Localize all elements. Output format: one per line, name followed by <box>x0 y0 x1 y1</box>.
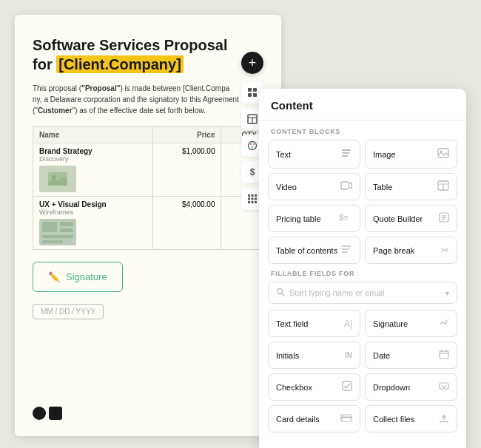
scissors-icon: ✂ <box>441 245 449 256</box>
date-field[interactable]: MM / DD / YYYY <box>33 304 104 319</box>
table-row: UX + Visual Design Wireframes <box>33 197 263 250</box>
block-page-break[interactable]: Page break ✂ <box>365 237 457 264</box>
field-dropdown-label: Dropdown <box>373 383 410 392</box>
svg-rect-29 <box>342 152 349 154</box>
block-pricing-table[interactable]: Pricing table $≡ <box>268 205 360 232</box>
field-checkbox[interactable]: Checkbox <box>268 373 360 401</box>
panel-title: Content <box>271 99 313 112</box>
video-icon <box>340 180 352 193</box>
calendar-icon <box>439 349 449 362</box>
content-blocks-grid: Text Image Video <box>259 140 466 264</box>
svg-rect-24 <box>255 198 257 200</box>
svg-rect-5 <box>60 228 73 232</box>
content-panel: Content CONTENT BLOCKS Text Image <box>259 89 466 448</box>
pen-icon: ✏️ <box>48 271 60 282</box>
block-pricing-label: Pricing table <box>276 214 321 223</box>
col-name: Name <box>33 127 153 143</box>
doc-title-line1: Software Services Proposal <box>33 37 227 53</box>
field-card-label: Card details <box>276 415 320 424</box>
doc-title: Software Services Proposal for [Client.C… <box>33 35 263 74</box>
doc-icons <box>33 407 62 420</box>
svg-rect-20 <box>252 194 254 197</box>
svg-rect-23 <box>252 198 254 200</box>
svg-point-16 <box>250 143 252 145</box>
block-table[interactable]: Table <box>365 173 457 200</box>
svg-rect-4 <box>60 222 73 226</box>
toc-icon <box>340 244 352 257</box>
field-date-label: Date <box>373 351 390 360</box>
field-collect-files[interactable]: Collect files <box>365 405 457 432</box>
dropdown-icon <box>439 381 449 393</box>
checkbox-icon <box>342 381 352 393</box>
svg-text:$≡: $≡ <box>339 213 349 222</box>
svg-rect-33 <box>341 182 349 189</box>
svg-rect-25 <box>248 201 250 203</box>
field-text[interactable]: Text field A| <box>268 310 360 337</box>
block-image[interactable]: Image <box>365 140 457 169</box>
signature-label: Signature <box>66 271 107 282</box>
fillable-label: FILLABLE FIELDS FOR <box>259 264 466 282</box>
svg-rect-22 <box>248 198 250 200</box>
col-price: Price <box>152 127 221 143</box>
svg-rect-26 <box>252 201 254 203</box>
image-icon <box>437 148 449 160</box>
quote-icon <box>439 212 449 225</box>
field-signature-label: Signature <box>373 319 408 328</box>
search-row: Start typing name or email ▾ <box>259 282 466 310</box>
svg-point-15 <box>249 142 257 150</box>
block-video[interactable]: Video <box>268 173 360 200</box>
upload-icon <box>439 413 449 425</box>
svg-rect-10 <box>248 93 252 97</box>
svg-rect-28 <box>342 149 351 151</box>
add-button[interactable]: + <box>241 52 263 74</box>
field-dropdown[interactable]: Dropdown <box>365 373 457 401</box>
chevron-down-icon: ▾ <box>445 289 449 297</box>
block-quote-builder[interactable]: Quote Builder <box>365 205 457 232</box>
field-date[interactable]: Date <box>365 342 457 369</box>
svg-line-46 <box>282 293 285 296</box>
panel-header: Content <box>259 89 466 121</box>
svg-rect-8 <box>248 88 252 92</box>
doc-title-line2: for <box>33 56 53 72</box>
svg-rect-21 <box>255 194 257 197</box>
block-toc-label: Table of contents <box>276 246 337 255</box>
svg-point-17 <box>253 143 255 145</box>
field-text-label: Text field <box>276 319 308 328</box>
svg-point-18 <box>252 146 253 148</box>
signature-block[interactable]: ✏️ Signature <box>33 262 123 292</box>
block-video-label: Video <box>276 183 297 191</box>
svg-rect-19 <box>248 194 250 197</box>
field-collect-label: Collect files <box>373 415 414 424</box>
svg-rect-6 <box>42 235 73 238</box>
svg-rect-7 <box>42 240 63 243</box>
field-initials[interactable]: Initials IN <box>268 342 360 369</box>
block-pagebreak-label: Page break <box>373 246 414 255</box>
table-icon <box>437 180 449 193</box>
block-table-label: Table <box>373 183 392 191</box>
svg-point-45 <box>278 289 283 294</box>
svg-rect-27 <box>255 201 257 203</box>
search-placeholder: Start typing name or email <box>289 288 384 297</box>
svg-rect-3 <box>42 222 57 232</box>
svg-rect-9 <box>253 88 257 92</box>
field-signature[interactable]: Signature <box>365 310 457 337</box>
item-image-1 <box>39 166 76 192</box>
search-box[interactable]: Start typing name or email ▾ <box>268 282 457 304</box>
scene: Software Services Proposal for [Client.C… <box>0 0 481 448</box>
block-text[interactable]: Text <box>268 140 360 169</box>
doc-body: This proposal ("Proposal") is made betwe… <box>33 83 263 116</box>
svg-line-47 <box>448 319 448 319</box>
pricing-icon: $≡ <box>339 212 352 225</box>
icon-rect <box>49 407 62 420</box>
field-card-details[interactable]: Card details <box>268 405 360 432</box>
block-quote-label: Quote Builder <box>373 214 423 223</box>
table-row: Brand Strategy Discovery $1,000.00 1 <box>33 143 263 197</box>
search-icon <box>276 288 285 298</box>
icon-circle <box>33 407 46 420</box>
block-text-label: Text <box>276 150 291 159</box>
svg-rect-30 <box>342 155 348 157</box>
text-icon <box>340 147 352 161</box>
svg-rect-11 <box>253 93 257 97</box>
content-blocks-label: CONTENT BLOCKS <box>259 121 466 140</box>
block-toc[interactable]: Table of contents <box>268 237 360 264</box>
